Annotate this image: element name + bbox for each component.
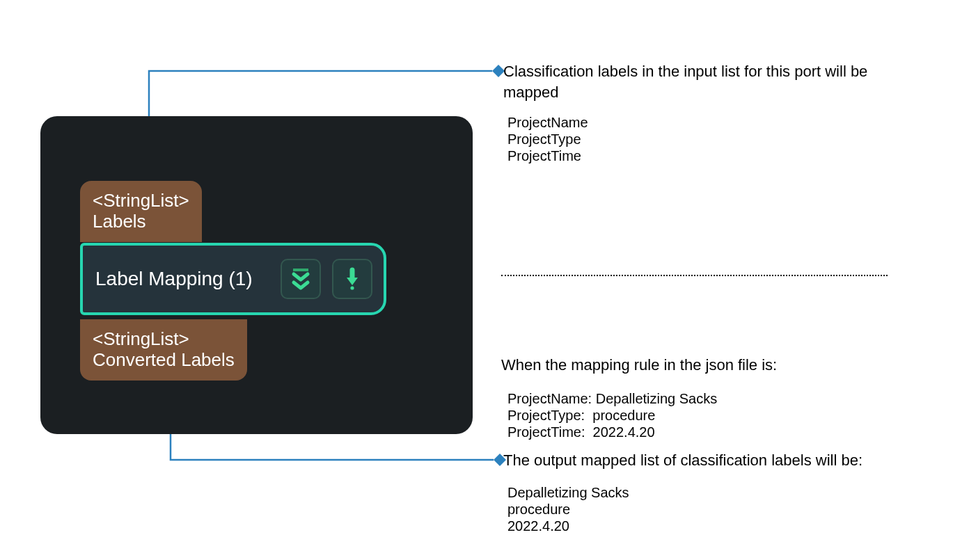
mapping-rule-intro: When the mapping rule in the json file i… xyxy=(501,356,777,374)
mapping-rules: ProjectName: Depalletizing Sacks Project… xyxy=(507,390,717,440)
download-alert-icon[interactable] xyxy=(332,259,372,299)
expand-all-icon[interactable] xyxy=(281,259,321,299)
output-example-list: Depalletizing Sacks procedure 2022.4.20 xyxy=(507,484,629,534)
center-node[interactable]: Label Mapping (1) xyxy=(80,243,386,315)
output-description: The output mapped list of classification… xyxy=(503,451,863,470)
input-port: <StringList> Labels xyxy=(80,181,202,242)
svg-rect-4 xyxy=(293,269,308,271)
svg-point-7 xyxy=(350,286,354,289)
divider xyxy=(501,275,888,276)
output-port: <StringList> Converted Labels xyxy=(80,319,247,381)
node-title: Label Mapping (1) xyxy=(95,268,269,290)
svg-marker-6 xyxy=(347,278,358,285)
input-example-list: ProjectName ProjectType ProjectTime xyxy=(507,114,588,164)
input-description: Classification labels in the input list … xyxy=(503,61,883,102)
